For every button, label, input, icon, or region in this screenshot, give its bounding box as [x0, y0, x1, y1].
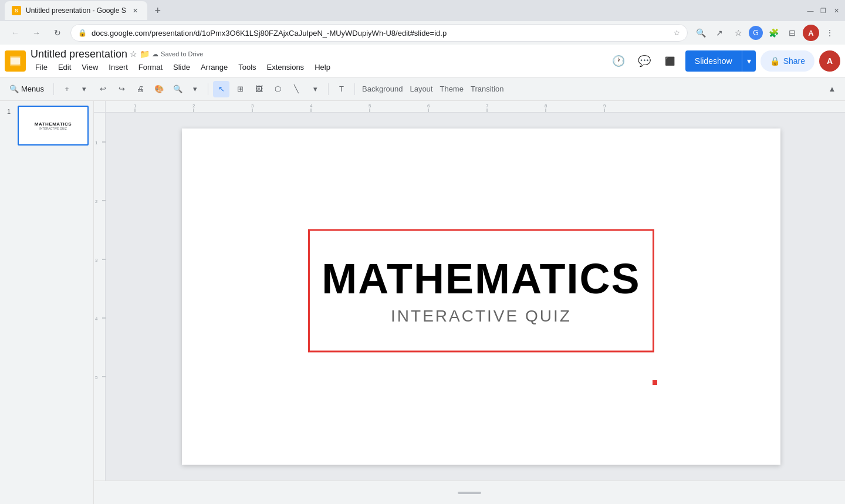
menu-arrange[interactable]: Arrange	[196, 60, 232, 74]
new-tab-btn[interactable]: +	[150, 2, 166, 19]
menu-file[interactable]: File	[31, 60, 52, 74]
doc-title-row: Untitled presentation ☆ 📁 ☁ Saved to Dri…	[31, 48, 603, 60]
history-icon[interactable]: 🕐	[608, 50, 629, 72]
svg-text:4: 4	[95, 316, 98, 322]
print-btn[interactable]: 🖨	[132, 81, 148, 97]
share-browser-icon[interactable]: ↗	[711, 25, 728, 41]
slide-content-box[interactable]: MATHEMATICS INTERACTIVE QUIZ	[308, 229, 654, 352]
slideshow-button[interactable]: Slideshow	[685, 50, 742, 72]
slide-canvas[interactable]: MATHEMATICS INTERACTIVE QUIZ	[182, 128, 780, 465]
app-header: Untitled presentation ☆ 📁 ☁ Saved to Dri…	[0, 45, 845, 77]
slideshow-button-group: Slideshow ▾	[685, 50, 756, 72]
share-icon: 🔒	[770, 56, 780, 66]
close-btn[interactable]: ✕	[832, 6, 840, 15]
slideshow-dropdown-btn[interactable]: ▾	[742, 50, 756, 72]
shapes-btn[interactable]: ⬡	[269, 81, 286, 97]
minimize-btn[interactable]: —	[806, 6, 814, 15]
ruler-corner	[94, 101, 106, 113]
menu-icon[interactable]: ⋮	[822, 25, 838, 41]
folder-icon[interactable]: 📁	[140, 49, 150, 59]
canvas-area: 1 2 3 4 5 6 7 8 9	[94, 101, 845, 504]
svg-text:1: 1	[95, 140, 98, 146]
zoom-btn[interactable]: 🔍	[170, 81, 186, 97]
menu-edit[interactable]: Edit	[53, 60, 76, 74]
thumb-content: MATHEMATICS INTERACTIVE QUIZ	[19, 107, 87, 144]
address-bar-row: ← → ↻ 🔒 docs.google.com/presentation/d/1…	[0, 21, 845, 45]
ruler-v-ticks: 1 2 3 4 5	[94, 113, 106, 465]
content-row: 1 2 3 4 5 MATHEMATICS INTERACT	[94, 113, 845, 481]
slide-thumbnail[interactable]: MATHEMATICS INTERACTIVE QUIZ	[18, 106, 89, 146]
back-btn[interactable]: ←	[7, 25, 23, 41]
ruler-vertical: 1 2 3 4 5	[94, 113, 106, 481]
user-avatar[interactable]: A	[819, 50, 840, 72]
tab-favicon: S	[12, 6, 21, 15]
present-options-icon[interactable]: ⬛	[660, 50, 681, 72]
window-controls: — ❐ ✕	[806, 6, 840, 15]
lines-dropdown-btn[interactable]: ▾	[307, 81, 323, 97]
collapse-toolbar-btn[interactable]: ▲	[824, 81, 840, 97]
paint-format-btn[interactable]: 🎨	[151, 81, 167, 97]
search-small-icon: 🔍	[9, 84, 19, 93]
insert-plus-btn[interactable]: +	[59, 81, 75, 97]
theme-btn[interactable]: Theme	[437, 81, 465, 97]
undo-btn[interactable]: ↩	[94, 81, 111, 97]
saved-status: ☁ Saved to Drive	[152, 50, 203, 58]
tab-title: Untitled presentation - Google S	[26, 6, 126, 15]
bookmark-icon[interactable]: ☆	[674, 29, 680, 37]
doc-title[interactable]: Untitled presentation	[31, 48, 127, 60]
search-icon[interactable]: 🔍	[692, 25, 709, 41]
selection-tool-btn[interactable]: ⊞	[232, 81, 248, 97]
textbox-btn[interactable]: T	[333, 81, 350, 97]
slide-thumb-container: 1 MATHEMATICS INTERACTIVE QUIZ	[5, 106, 89, 146]
app-logo	[5, 50, 26, 72]
comments-icon[interactable]: 💬	[634, 50, 655, 72]
toolbar-right: ▲	[824, 81, 840, 97]
address-box[interactable]: 🔒 docs.google.com/presentation/d/1oPmx3O…	[70, 24, 688, 42]
insert-dropdown-btn[interactable]: ▾	[76, 81, 92, 97]
scroll-indicator[interactable]	[458, 492, 481, 494]
red-dot-element	[653, 380, 657, 385]
share-label: Share	[783, 56, 805, 66]
transition-btn[interactable]: Transition	[468, 81, 506, 97]
menu-insert[interactable]: Insert	[104, 60, 133, 74]
slide-main-title: MATHEMATICS	[322, 255, 640, 302]
share-button[interactable]: 🔒 Share	[760, 50, 814, 72]
main-area: 1 MATHEMATICS INTERACTIVE QUIZ 1 2	[0, 101, 845, 504]
zoom-group: 🔍 ▾	[170, 81, 203, 97]
redo-btn[interactable]: ↪	[113, 81, 130, 97]
separator-2	[208, 83, 208, 95]
extension-google-icon[interactable]: G	[749, 26, 763, 40]
menus-btn[interactable]: 🔍 Menus	[5, 82, 49, 96]
menu-format[interactable]: Format	[134, 60, 167, 74]
lines-btn[interactable]: ╲	[288, 81, 305, 97]
maximize-btn[interactable]: ❐	[819, 6, 827, 15]
menu-view[interactable]: View	[77, 60, 103, 74]
thumb-title: MATHEMATICS	[35, 121, 72, 127]
image-insert-btn[interactable]: 🖼	[251, 81, 267, 97]
star-icon[interactable]: ☆	[130, 49, 137, 59]
browser-profile-avatar[interactable]: A	[803, 25, 819, 41]
svg-text:5: 5	[369, 103, 371, 109]
bookmark-btn[interactable]: ☆	[730, 25, 746, 41]
active-tab[interactable]: S Untitled presentation - Google S ✕	[5, 1, 147, 20]
zoom-dropdown-btn[interactable]: ▾	[187, 81, 203, 97]
svg-text:5: 5	[95, 375, 98, 380]
svg-text:2: 2	[95, 199, 98, 204]
tab-close-btn[interactable]: ✕	[131, 6, 140, 15]
extensions-icon[interactable]: 🧩	[765, 25, 782, 41]
slide-scroll	[94, 481, 845, 504]
slides-logo-icon	[9, 55, 22, 67]
separator-3	[328, 83, 329, 95]
forward-btn[interactable]: →	[28, 25, 45, 41]
cursor-tool-btn[interactable]: ↖	[213, 81, 229, 97]
background-btn[interactable]: Background	[360, 81, 405, 97]
split-screen-icon[interactable]: ⊟	[784, 25, 800, 41]
menu-help[interactable]: Help	[310, 60, 335, 74]
reload-btn[interactable]: ↻	[49, 25, 66, 41]
layout-btn[interactable]: Layout	[407, 81, 435, 97]
menu-extensions[interactable]: Extensions	[262, 60, 309, 74]
separator-1	[53, 83, 54, 95]
menu-slide[interactable]: Slide	[168, 60, 195, 74]
separator-4	[354, 83, 355, 95]
menu-tools[interactable]: Tools	[234, 60, 261, 74]
